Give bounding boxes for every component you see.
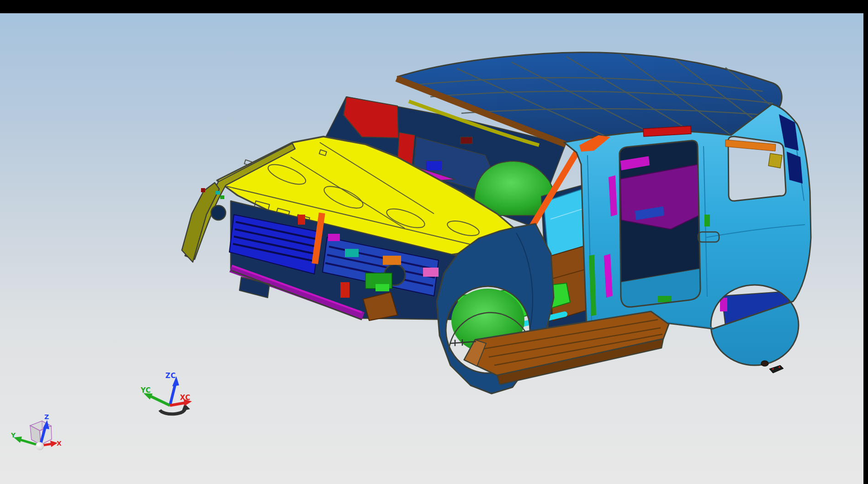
gizmo-z-label: Z: [44, 413, 49, 421]
gizmo-y-label: Y: [11, 431, 16, 439]
fascia-teal-bit: [345, 249, 359, 257]
fascia-magenta-bit1: [328, 234, 340, 241]
fascia-orange-bit: [383, 256, 401, 265]
gizmo-origin-sphere[interactable]: [36, 442, 44, 450]
wcs-y-axis[interactable]: [151, 396, 170, 405]
wcs-triad[interactable]: ZC YC XC: [140, 372, 192, 414]
rear-sill-green-bit[interactable]: [658, 296, 672, 302]
window-right-strip: [863, 0, 868, 484]
wcs-x-label: XC: [180, 394, 191, 402]
wcs-base-arrow: [160, 408, 185, 414]
gizmo-x-label: X: [57, 440, 62, 447]
loose-nut[interactable]: [761, 361, 768, 366]
dash-red-box[interactable]: [460, 137, 472, 144]
loose-strip-red-dot1: [772, 368, 774, 370]
rear-door-interior[interactable]: [618, 138, 702, 322]
wcs-y-label: YC: [140, 386, 151, 395]
fascia-red-bit1: [340, 282, 349, 298]
wcs-x-axis[interactable]: [170, 403, 185, 405]
car-body-model[interactable]: [182, 53, 811, 394]
fascia-magenta-bit2: [423, 268, 439, 277]
loose-strip-red-dot2: [778, 366, 780, 368]
quarter-olive-bracket[interactable]: [768, 153, 782, 168]
application-window: ZC YC XC Z Y X: [0, 0, 868, 484]
c-pillar-green-bit: [704, 215, 710, 226]
model-scene[interactable]: ZC YC XC Z Y X: [0, 0, 868, 484]
fascia-bright-green: [376, 284, 389, 291]
dash-blue-box[interactable]: [426, 161, 442, 171]
loose-strip[interactable]: [769, 365, 783, 373]
tip-teal-speck: [216, 191, 220, 195]
foglight-hole[interactable]: [211, 205, 226, 220]
view-orientation-gizmo[interactable]: Z Y X: [11, 413, 62, 450]
fascia-red-bit2: [298, 215, 305, 225]
gizmo-cube-hidden-edge: [42, 421, 42, 434]
wcs-z-label: ZC: [165, 372, 176, 380]
wcs-z-axis[interactable]: [170, 384, 175, 405]
fender-tip[interactable]: [182, 183, 219, 262]
tip-red-speck: [201, 188, 205, 192]
tip-green-speck: [220, 195, 224, 199]
